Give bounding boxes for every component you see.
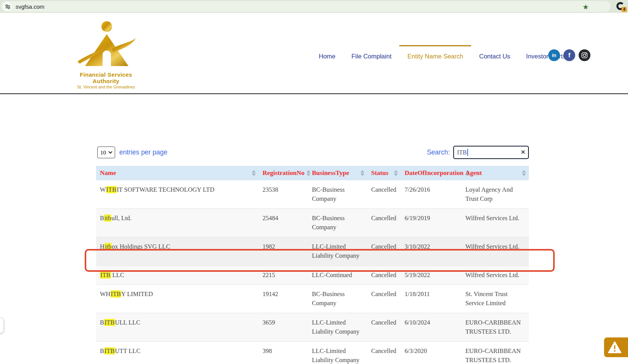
nav-item-home[interactable]: Home: [311, 45, 343, 64]
logo-subtitle: St. Vincent and the Grenadines: [71, 85, 141, 89]
entities-table: NameRegistrationNoBusinessTypeStatusDate…: [96, 166, 529, 364]
cell-name: WITBIT SOFTWARE TECHNOLOGY LTD: [96, 180, 259, 208]
cell-date-of-incorporation: 6/10/2024: [401, 313, 462, 342]
search-match-highlight: ITB: [100, 271, 111, 279]
cell-agent: Wilfred Services Ltd.: [462, 237, 529, 265]
cell-name: ITB LLC: [96, 265, 259, 285]
column-label: Status: [371, 169, 388, 177]
cell-registration-no: 3659: [259, 313, 308, 342]
cell-agent: EURO-CARIBBEAN TRUSTEES LTD.: [462, 342, 529, 364]
site-settings-icon[interactable]: [3, 2, 12, 11]
search-match-highlight: itb: [104, 243, 112, 250]
column-label: RegistrationNo: [263, 169, 304, 177]
cell-name: BITBUTT LLC: [96, 342, 259, 364]
cell-business-type: BC-Business Company: [308, 285, 367, 313]
sort-icon: [358, 170, 364, 176]
page: svgfsa.com ★ 4: [0, 0, 628, 364]
nav-item-entity-name-search[interactable]: Entity Name Search: [399, 45, 471, 64]
sort-icon: [304, 170, 310, 176]
search-label: Search:: [427, 148, 450, 156]
cell-date-of-incorporation: 6/19/2019: [401, 208, 462, 237]
cell-business-type: LLC-Limited Liability Company: [308, 313, 367, 342]
site-header: Financial Services Authority St. Vincent…: [0, 13, 628, 94]
table-row[interactable]: Bitbull, Ltd.25484BC-Business CompanyCan…: [96, 208, 529, 237]
column-label: DateOfIncorporation: [405, 169, 463, 177]
cell-name: Hitbox Holdings SVG LLC: [96, 237, 259, 265]
cell-status: Cancelled: [367, 237, 401, 265]
cell-status: Cancelled: [367, 180, 401, 208]
cell-agent: Loyal Agency And Trust Corp: [462, 180, 529, 208]
cell-business-type: LLC-Limited Liability Company: [308, 342, 367, 364]
browser-address-bar[interactable]: svgfsa.com ★ 4: [0, 0, 628, 13]
table-controls: 10 entries per page Search: ✕: [96, 145, 529, 159]
side-widget-tab[interactable]: [0, 318, 3, 333]
cell-status: Cancelled: [367, 208, 401, 237]
cell-date-of-incorporation: 7/26/2016: [401, 180, 462, 208]
nav-item-contact-us[interactable]: Contact Us: [471, 45, 518, 64]
table-row[interactable]: WHITBY LIMITED19142BC-Business CompanyCa…: [96, 285, 529, 313]
social-icons: in f: [548, 49, 590, 61]
sort-icon: [520, 170, 526, 176]
column-header-dateofincorporation[interactable]: DateOfIncorporation: [401, 166, 462, 180]
warning-triangle-icon: [608, 341, 622, 354]
column-header-businesstype[interactable]: BusinessType: [308, 166, 367, 180]
logo-mark: [71, 20, 141, 69]
cell-registration-no: 23538: [259, 180, 308, 208]
column-header-name[interactable]: Name: [96, 166, 259, 180]
table-row[interactable]: ITB LLC2215LLC-ContinuedCancelled5/19/20…: [96, 265, 529, 285]
sort-icon: [250, 170, 256, 176]
cell-date-of-incorporation: 6/3/2020: [401, 342, 462, 364]
site-logo[interactable]: Financial Services Authority St. Vincent…: [71, 20, 141, 89]
column-label: BusinessType: [312, 169, 349, 177]
cell-name: BITBULL LLC: [96, 313, 259, 342]
table-row[interactable]: BITBUTT LLC398LLC-Limited Liability Comp…: [96, 342, 529, 364]
url-text[interactable]: svgfsa.com: [16, 3, 44, 10]
search-match-highlight: ITB: [104, 319, 115, 326]
browser-extension-icon[interactable]: 4: [616, 2, 626, 11]
bookmark-star-icon[interactable]: ★: [582, 3, 589, 11]
sort-icon: [392, 170, 398, 176]
url-pill[interactable]: svgfsa.com ★: [1, 1, 611, 12]
cell-business-type: LLC-Limited Liability Company: [308, 237, 367, 265]
cell-name: Bitbull, Ltd.: [96, 208, 259, 237]
main-nav: HomeFile ComplaintEntity Name SearchCont…: [311, 45, 574, 64]
extension-badge: 4: [622, 7, 627, 12]
alert-widget-button[interactable]: [604, 337, 628, 357]
cell-status: Cancelled: [367, 285, 401, 313]
column-header-registrationno[interactable]: RegistrationNo: [259, 166, 308, 180]
cell-agent: Wilfred Services Ltd.: [462, 208, 529, 237]
search-match-highlight: ITB: [111, 290, 122, 298]
nav-item-file-complaint[interactable]: File Complaint: [343, 45, 399, 64]
cell-business-type: LLC-Continued: [308, 265, 367, 285]
search-input[interactable]: [453, 146, 529, 159]
logo-title: Financial Services Authority: [71, 71, 141, 84]
column-label: Agent: [465, 169, 482, 177]
cell-registration-no: 1982: [259, 237, 308, 265]
table-row[interactable]: BITBULL LLC3659LLC-Limited Liability Com…: [96, 313, 529, 342]
cell-status: Cancelled: [367, 313, 401, 342]
instagram-icon[interactable]: [579, 49, 590, 61]
search-clear-icon[interactable]: ✕: [520, 149, 525, 156]
entries-per-page-label: entries per page: [119, 148, 167, 156]
table-row[interactable]: Hitbox Holdings SVG LLC1982LLC-Limited L…: [96, 237, 529, 265]
cell-agent: Wilfred Services Ltd.: [462, 265, 529, 285]
entries-per-page-select[interactable]: 10: [97, 147, 115, 158]
table-row[interactable]: WITBIT SOFTWARE TECHNOLOGY LTD23538BC-Bu…: [96, 180, 529, 208]
search-match-highlight: ITB: [106, 186, 117, 193]
cell-status: Cancelled: [367, 342, 401, 364]
cell-name: WHITBY LIMITED: [96, 285, 259, 313]
column-header-status[interactable]: Status: [367, 166, 401, 180]
search-match-highlight: itb: [104, 214, 111, 222]
facebook-icon[interactable]: f: [563, 49, 575, 61]
cell-date-of-incorporation: 5/19/2022: [401, 265, 462, 285]
cell-registration-no: 2215: [259, 265, 308, 285]
cell-registration-no: 25484: [259, 208, 308, 237]
cell-agent: EURO-CARIBBEAN TRUSTEES LTD.: [462, 313, 529, 342]
column-label: Name: [100, 169, 116, 177]
column-header-agent[interactable]: Agent: [462, 166, 529, 180]
search-match-highlight: ITB: [104, 347, 115, 355]
cell-registration-no: 19142: [259, 285, 308, 313]
cell-agent: St. Vincent Trust Service Limited: [462, 285, 529, 313]
cell-business-type: BC-Business Company: [308, 208, 367, 237]
linkedin-icon[interactable]: in: [548, 49, 560, 61]
